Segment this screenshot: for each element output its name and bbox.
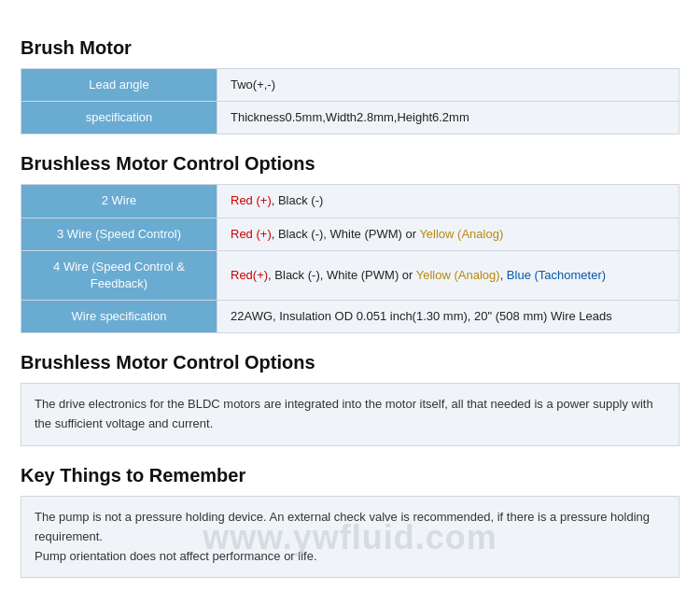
value-specification: Thickness0.5mm,Width2.8mm,Height6.2mm: [217, 102, 679, 134]
label-wire-spec: Wire specification: [21, 301, 217, 333]
value-2wire: Red (+), Black (-): [217, 185, 679, 218]
yellow-text2: Yellow (Analog): [416, 268, 500, 282]
red-text2: Red (+): [231, 227, 272, 241]
brush-motor-table: Lead angle Two(+,-) specification Thickn…: [21, 68, 679, 134]
brushless-options-table: 2 Wire Red (+), Black (-) 3 Wire (Speed …: [21, 184, 679, 333]
table-row: specification Thickness0.5mm,Width2.8mm,…: [21, 102, 679, 134]
red-text: Red (+): [231, 193, 272, 207]
key-things-line2: Pump orientation does not affect perform…: [35, 547, 665, 567]
yellow-text: Yellow (Analog): [419, 227, 503, 241]
table-row: Lead angle Two(+,-): [21, 69, 679, 102]
key-things-box: The pump is not a pressure holding devic…: [21, 496, 679, 578]
key-things-title: Key Things to Remember: [21, 465, 679, 486]
table-row: 3 Wire (Speed Control) Red (+), Black (-…: [21, 218, 679, 250]
key-things-line1: The pump is not a pressure holding devic…: [35, 508, 665, 547]
label-2wire: 2 Wire: [21, 185, 217, 218]
brushless-desc-title: Brushless Motor Control Options: [21, 352, 679, 373]
value-3wire: Red (+), Black (-), White (PWM) or Yello…: [217, 218, 679, 250]
brush-motor-title: Brush Motor: [21, 37, 679, 59]
black-text: Black (-): [278, 193, 323, 207]
label-lead-angle: Lead angle: [21, 69, 217, 102]
label-3wire: 3 Wire (Speed Control): [21, 218, 217, 250]
value-wire-spec: 22AWG, Insulation OD 0.051 inch(1.30 mm)…: [217, 301, 679, 333]
table-row: 2 Wire Red (+), Black (-): [21, 185, 679, 218]
table-row: 4 Wire (Speed Control & Feedback) Red(+)…: [21, 250, 679, 300]
brushless-options-title: Brushless Motor Control Options: [21, 153, 679, 175]
value-4wire: Red(+), Black (-), White (PWM) or Yellow…: [217, 250, 679, 300]
red-text3: Red(+): [231, 268, 268, 282]
table-row: Wire specification 22AWG, Insulation OD …: [21, 301, 679, 333]
label-specification: specification: [21, 102, 217, 134]
blue-text: Blue (Tachometer): [507, 268, 606, 282]
brushless-desc-box: The drive electronics for the BLDC motor…: [21, 383, 679, 446]
brushless-desc-text: The drive electronics for the BLDC motor…: [35, 395, 665, 434]
value-lead-angle: Two(+,-): [217, 69, 679, 102]
label-4wire: 4 Wire (Speed Control & Feedback): [21, 250, 217, 300]
